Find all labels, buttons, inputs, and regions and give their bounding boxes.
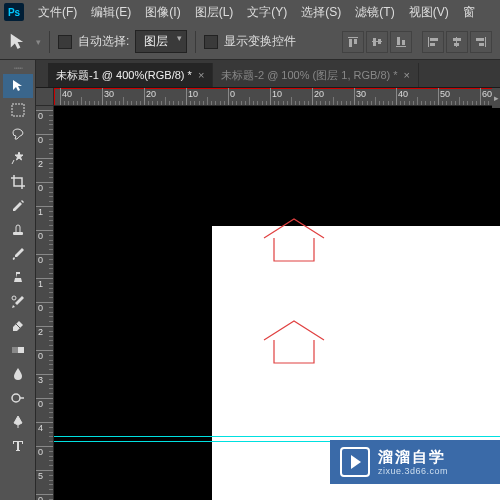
marquee-tool[interactable] <box>3 98 33 122</box>
align-left-button[interactable] <box>422 31 444 53</box>
svg-rect-8 <box>402 40 405 45</box>
menu-window[interactable]: 窗 <box>457 1 481 24</box>
type-tool[interactable] <box>3 434 33 458</box>
clone-stamp-tool[interactable] <box>3 266 33 290</box>
align-button-group <box>342 31 492 53</box>
horizontal-ruler[interactable]: 403020100102030405060 <box>54 88 500 106</box>
svg-rect-7 <box>397 37 400 45</box>
svg-rect-11 <box>430 43 435 46</box>
workspace: 403020100102030405060 00201001020304050 <box>36 88 500 500</box>
menu-layer[interactable]: 图层(L) <box>189 1 240 24</box>
svg-rect-9 <box>428 37 429 47</box>
align-bottom-button[interactable] <box>390 31 412 53</box>
svg-rect-10 <box>430 38 438 41</box>
toolbox <box>0 60 36 500</box>
document-tab-inactive[interactable]: 未标题-2 @ 100% (图层 1, RGB/8) * × <box>213 63 419 87</box>
align-vcenter-button[interactable] <box>366 31 388 53</box>
close-icon[interactable]: × <box>198 69 204 81</box>
move-tool[interactable] <box>3 74 33 98</box>
magic-wand-tool[interactable] <box>3 146 33 170</box>
brush-tool[interactable] <box>3 242 33 266</box>
divider <box>49 31 50 53</box>
options-bar: ▾ 自动选择: 图层 显示变换控件 <box>0 24 500 60</box>
horizontal-guide[interactable] <box>54 436 500 437</box>
menu-file[interactable]: 文件(F) <box>32 1 83 24</box>
svg-rect-17 <box>479 43 484 46</box>
healing-brush-tool[interactable] <box>3 218 33 242</box>
vertical-ruler[interactable]: 00201001020304050 <box>36 106 54 500</box>
watermark: 溜溜自学 zixue.3d66.com <box>330 440 500 484</box>
document-tab-active[interactable]: 未标题-1 @ 400%(RGB/8) * × <box>48 63 213 87</box>
ruler-origin[interactable] <box>36 88 54 106</box>
align-hcenter-button[interactable] <box>446 31 468 53</box>
menu-filter[interactable]: 滤镜(T) <box>349 1 400 24</box>
svg-rect-6 <box>396 46 406 47</box>
move-tool-icon[interactable] <box>8 31 30 53</box>
svg-rect-13 <box>453 38 461 41</box>
tab-label: 未标题-1 @ 400%(RGB/8) * <box>56 68 192 83</box>
menu-view[interactable]: 视图(V) <box>403 1 455 24</box>
svg-rect-15 <box>485 37 486 47</box>
svg-rect-4 <box>373 38 376 46</box>
toolbox-grip[interactable] <box>3 64 33 72</box>
svg-point-20 <box>12 296 16 300</box>
align-right-button[interactable] <box>470 31 492 53</box>
svg-rect-16 <box>476 38 484 41</box>
blur-tool[interactable] <box>3 362 33 386</box>
svg-rect-14 <box>454 43 459 46</box>
menu-bar: Ps 文件(F) 编辑(E) 图像(I) 图层(L) 文字(Y) 选择(S) 滤… <box>0 0 500 24</box>
svg-rect-1 <box>349 39 352 47</box>
eraser-tool[interactable] <box>3 314 33 338</box>
dodge-tool[interactable] <box>3 386 33 410</box>
svg-rect-18 <box>12 104 24 116</box>
svg-rect-22 <box>12 347 18 353</box>
watermark-title: 溜溜自学 <box>378 448 448 466</box>
auto-select-target-dropdown[interactable]: 图层 <box>135 30 187 53</box>
house-shape-bottom <box>259 318 329 368</box>
menu-image[interactable]: 图像(I) <box>139 1 186 24</box>
menu-edit[interactable]: 编辑(E) <box>85 1 137 24</box>
eyedropper-tool[interactable] <box>3 194 33 218</box>
tab-label: 未标题-2 @ 100% (图层 1, RGB/8) * <box>221 68 397 83</box>
app-logo: Ps <box>4 3 24 21</box>
panel-expand-icon[interactable]: ▸ <box>492 88 500 108</box>
close-icon[interactable]: × <box>404 69 410 81</box>
svg-rect-5 <box>378 39 381 44</box>
history-brush-tool[interactable] <box>3 290 33 314</box>
align-top-button[interactable] <box>342 31 364 53</box>
menu-type[interactable]: 文字(Y) <box>241 1 293 24</box>
svg-rect-19 <box>13 232 23 235</box>
document-tab-bar: 未标题-1 @ 400%(RGB/8) * × 未标题-2 @ 100% (图层… <box>0 60 500 88</box>
show-transform-checkbox[interactable] <box>204 35 218 49</box>
lasso-tool[interactable] <box>3 122 33 146</box>
show-transform-label: 显示变换控件 <box>224 33 296 50</box>
watermark-url: zixue.3d66.com <box>378 466 448 477</box>
svg-rect-0 <box>348 37 358 38</box>
divider <box>195 31 196 53</box>
menu-select[interactable]: 选择(S) <box>295 1 347 24</box>
crop-tool[interactable] <box>3 170 33 194</box>
auto-select-label: 自动选择: <box>78 33 129 50</box>
svg-rect-2 <box>354 39 357 44</box>
auto-select-checkbox[interactable] <box>58 35 72 49</box>
house-shape-top <box>259 216 329 266</box>
play-icon <box>340 447 370 477</box>
gradient-tool[interactable] <box>3 338 33 362</box>
svg-point-23 <box>12 394 20 402</box>
pen-tool[interactable] <box>3 410 33 434</box>
